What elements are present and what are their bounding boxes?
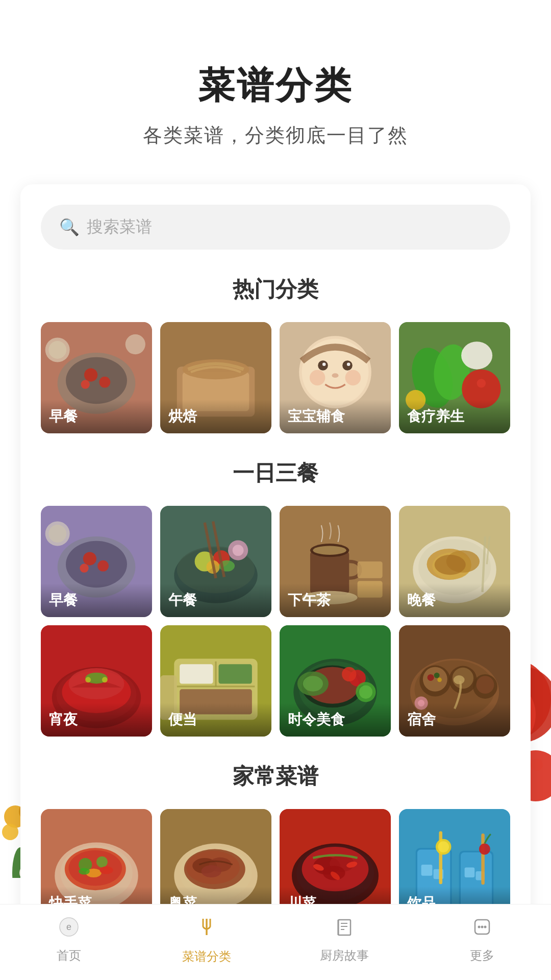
- svg-rect-160: [439, 831, 442, 885]
- search-icon: 🔍: [59, 217, 80, 237]
- svg-point-25: [48, 341, 66, 359]
- svg-point-116: [423, 667, 447, 692]
- svg-point-119: [437, 677, 442, 682]
- category-item-breakfast[interactable]: 早餐: [41, 506, 152, 617]
- svg-point-162: [438, 841, 449, 852]
- card-container: 🔍 搜索菜谱 热门分类: [20, 184, 531, 951]
- category-item-baking[interactable]: 烘焙: [160, 322, 271, 433]
- svg-point-91: [102, 677, 108, 682]
- svg-point-54: [80, 564, 88, 572]
- svg-point-107: [303, 676, 323, 692]
- svg-point-133: [96, 856, 108, 868]
- svg-point-51: [66, 541, 127, 588]
- nav-label-kitchen: 厨房故事: [320, 947, 369, 964]
- svg-point-21: [84, 368, 97, 381]
- nav-label-category: 菜谱分类: [182, 948, 231, 965]
- category-label-health: 食疗养生: [399, 400, 510, 433]
- svg-point-123: [477, 676, 494, 694]
- svg-rect-167: [481, 834, 485, 885]
- svg-point-144: [202, 865, 221, 877]
- section-title-homestyle: 家常菜谱: [41, 762, 510, 791]
- svg-point-90: [85, 677, 91, 682]
- category-item-seasonal[interactable]: 时令美食: [280, 625, 391, 737]
- svg-point-81: [435, 555, 466, 575]
- page-title: 菜谱分类: [0, 61, 551, 110]
- svg-point-109: [342, 667, 356, 681]
- svg-point-71: [313, 546, 346, 554]
- category-label-bento: 便当: [160, 703, 271, 737]
- more-icon: [471, 916, 493, 943]
- svg-point-20: [66, 357, 127, 404]
- page-subtitle: 各类菜谱，分类彻底一目了然: [0, 122, 551, 149]
- svg-point-67: [233, 545, 244, 556]
- category-label-breakfast-hot: 早餐: [41, 400, 152, 433]
- category-label-baking: 烘焙: [160, 400, 271, 433]
- category-item-dinner[interactable]: 晚餐: [399, 506, 510, 617]
- svg-point-23: [81, 380, 89, 388]
- svg-point-117: [428, 674, 434, 681]
- svg-point-39: [310, 370, 325, 386]
- svg-point-22: [99, 377, 110, 388]
- svg-point-182: [484, 926, 487, 928]
- search-bar[interactable]: 🔍 搜索菜谱: [41, 205, 510, 250]
- category-item-breakfast-hot[interactable]: 早餐: [41, 322, 152, 433]
- svg-rect-158: [421, 865, 433, 876]
- main-content: 菜谱分类 各类菜谱，分类彻底一目了然 🔍 搜索菜谱 热门分类: [0, 0, 551, 980]
- category-item-health[interactable]: 食疗养生: [399, 322, 510, 433]
- svg-text:e: e: [66, 922, 71, 932]
- category-label-dorm: 宿舍: [399, 703, 510, 737]
- category-item-night-snack[interactable]: 宵夜: [41, 625, 152, 737]
- category-label-dinner: 晚餐: [399, 583, 510, 617]
- svg-point-45: [477, 379, 486, 387]
- category-label-night-snack: 宵夜: [41, 703, 152, 737]
- svg-rect-174: [338, 920, 350, 935]
- category-icon: [194, 915, 219, 944]
- svg-point-37: [347, 363, 350, 366]
- category-label-seasonal: 时令美食: [280, 703, 391, 737]
- svg-rect-98: [218, 664, 252, 683]
- svg-point-124: [454, 675, 465, 684]
- nav-item-more[interactable]: 更多: [441, 916, 523, 964]
- svg-rect-97: [180, 664, 213, 683]
- category-item-dorm[interactable]: 宿舍: [399, 625, 510, 737]
- svg-point-40: [345, 370, 361, 386]
- svg-point-168: [479, 844, 490, 855]
- svg-point-26: [126, 334, 145, 354]
- three-meals-grid: 早餐: [41, 506, 510, 737]
- svg-point-180: [478, 926, 481, 928]
- svg-rect-73: [358, 561, 383, 578]
- page-header: 菜谱分类 各类菜谱，分类彻底一目了然: [0, 41, 551, 159]
- svg-point-111: [359, 685, 372, 699]
- category-item-bento[interactable]: 便当: [160, 625, 271, 737]
- category-item-afternoon-tea[interactable]: 下午茶: [280, 506, 391, 617]
- category-label-afternoon-tea: 下午茶: [280, 583, 391, 617]
- category-label-breakfast: 早餐: [41, 583, 152, 617]
- category-label-lunch: 午餐: [160, 583, 271, 617]
- svg-point-181: [481, 926, 484, 928]
- nav-item-home[interactable]: e 首页: [28, 916, 110, 964]
- nav-item-category[interactable]: 菜谱分类: [166, 915, 247, 965]
- book-icon: [333, 916, 356, 943]
- section-title-three-meals: 一日三餐: [41, 459, 510, 487]
- svg-point-52: [83, 552, 96, 565]
- nav-label-home: 首页: [57, 947, 81, 964]
- svg-rect-165: [465, 867, 475, 877]
- svg-point-53: [97, 560, 109, 572]
- svg-point-131: [69, 850, 122, 886]
- svg-point-36: [322, 363, 326, 366]
- bottom-nav: e 首页 菜谱分类 厨房故事: [0, 904, 551, 980]
- search-placeholder-text: 搜索菜谱: [87, 216, 152, 238]
- nav-item-kitchen[interactable]: 厨房故事: [304, 916, 385, 964]
- category-label-baby: 宝宝辅食: [280, 400, 391, 433]
- category-item-lunch[interactable]: 午餐: [160, 506, 271, 617]
- svg-point-56: [48, 525, 66, 543]
- svg-point-136: [79, 868, 90, 875]
- home-icon: e: [58, 916, 80, 943]
- svg-point-38: [332, 373, 338, 378]
- category-item-baby[interactable]: 宝宝辅食: [280, 322, 391, 433]
- svg-point-46: [461, 341, 492, 370]
- section-title-hot: 热门分类: [41, 275, 510, 304]
- svg-point-118: [434, 673, 440, 678]
- nav-label-more: 更多: [470, 947, 494, 964]
- svg-point-135: [100, 866, 113, 874]
